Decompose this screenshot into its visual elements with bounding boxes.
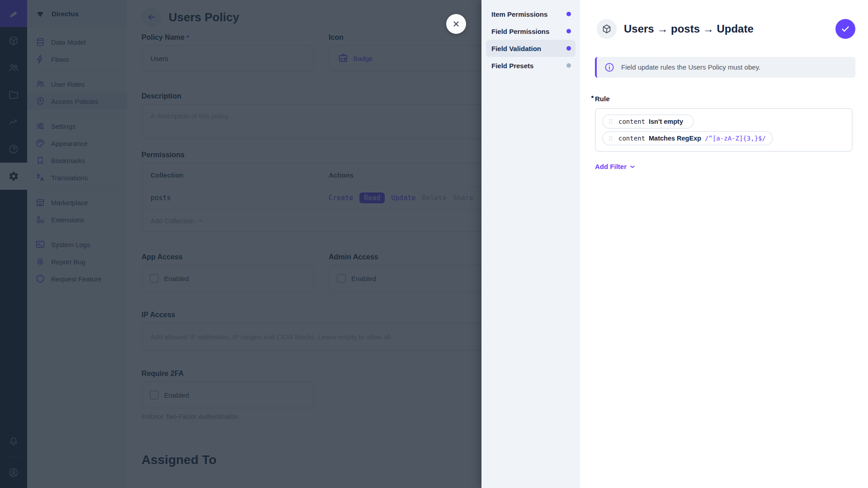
drag-handle-icon[interactable] [607, 117, 615, 126]
drawer-close-button[interactable] [446, 14, 466, 34]
add-filter-button[interactable]: Add Filter [595, 163, 637, 171]
chevron-down-icon [628, 163, 637, 171]
status-dot [566, 29, 571, 33]
close-icon [451, 19, 462, 29]
drawer-header: Users → posts → Update [595, 0, 855, 44]
filter-field[interactable]: content [618, 135, 645, 142]
tab-label: Field Validation [491, 45, 541, 52]
tab-label: Item Permissions [491, 10, 547, 18]
filter-field[interactable]: content [618, 118, 645, 125]
tab-item-permissions[interactable]: Item Permissions [486, 5, 576, 23]
permissions-drawer: Item Permissions Field Permissions Field… [481, 0, 868, 488]
drawer-nav: Item Permissions Field Permissions Field… [481, 0, 580, 488]
notice-text: Field update rules the Users Policy must… [621, 63, 760, 71]
drag-handle-icon[interactable] [607, 134, 615, 142]
tab-field-validation[interactable]: Field Validation [486, 40, 576, 57]
tab-field-presets[interactable]: Field Presets [486, 57, 576, 74]
status-dot [566, 12, 571, 16]
status-dot [566, 63, 571, 68]
info-notice: Field update rules the Users Policy must… [595, 57, 855, 78]
save-button[interactable] [835, 19, 855, 39]
tab-label: Field Permissions [491, 28, 549, 35]
info-icon [604, 62, 615, 73]
filter-row[interactable]: content Matches RegExp /^[a-zA-Z]{3,}$/ [602, 131, 773, 145]
add-filter-label: Add Filter [595, 163, 627, 170]
app-window: Directus Data Model Flows User Roles Acc… [0, 0, 868, 488]
rule-label-text: Rule [595, 95, 610, 103]
tab-label: Field Presets [491, 62, 533, 70]
check-icon [840, 23, 851, 34]
drawer-title: Users → posts → Update [624, 23, 828, 35]
required-dot [591, 96, 594, 98]
filter-operator[interactable]: Isn't empty [649, 118, 683, 125]
filter-operator[interactable]: Matches RegExp [649, 135, 701, 142]
filter-row[interactable]: content Isn't empty [602, 114, 694, 129]
drawer-main: Users → posts → Update Field update rule… [580, 0, 868, 488]
rule-label: Rule [595, 95, 855, 103]
filter-value[interactable]: /^[a-zA-Z]{3,}$/ [705, 135, 766, 142]
rule-filter-panel: content Isn't empty content Matches RegE… [595, 108, 853, 152]
box-icon [597, 19, 617, 39]
status-dot [566, 46, 571, 51]
tab-field-permissions[interactable]: Field Permissions [486, 23, 576, 40]
